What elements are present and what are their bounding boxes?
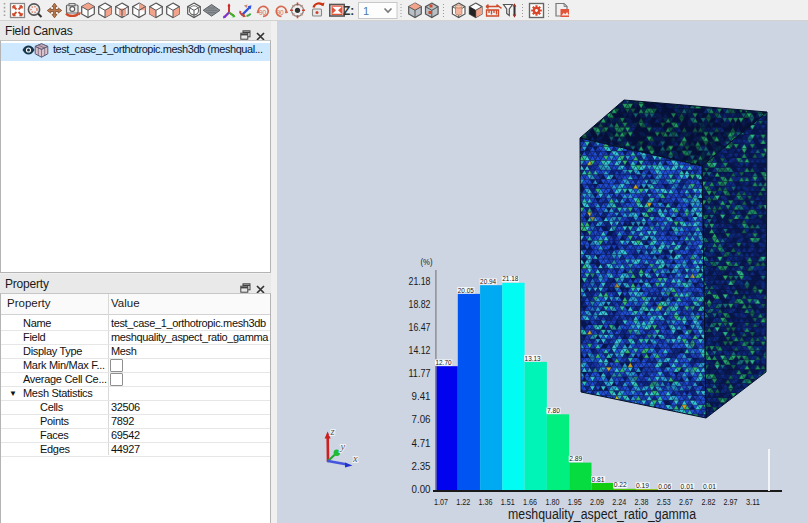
svg-text:90: 90 [259, 9, 267, 16]
svg-text:0.22: 0.22 [614, 480, 627, 489]
svg-text:4.71: 4.71 [412, 437, 431, 449]
svg-text:16.47: 16.47 [409, 321, 431, 333]
svg-text:2.89: 2.89 [569, 454, 582, 463]
svg-text:0.06: 0.06 [658, 482, 671, 491]
svg-text:meshquality_aspect_ratio_gamma: meshquality_aspect_ratio_gamma [508, 506, 696, 522]
svg-text:18.82: 18.82 [409, 298, 431, 310]
svg-text:y: y [340, 441, 346, 452]
svg-text:z: z [330, 426, 335, 437]
svg-text:0.19: 0.19 [636, 481, 649, 490]
svg-text:0.00: 0.00 [412, 483, 431, 495]
svg-text:0.01: 0.01 [703, 482, 716, 491]
svg-text:14.12: 14.12 [409, 344, 431, 356]
svg-text:1.22: 1.22 [456, 496, 470, 507]
svg-text:9.41: 9.41 [412, 390, 431, 402]
svg-text:11.77: 11.77 [409, 367, 431, 379]
svg-text:7.06: 7.06 [412, 413, 431, 425]
svg-text:2.82: 2.82 [701, 496, 715, 507]
svg-text:21.18: 21.18 [502, 274, 518, 283]
svg-text:1.07: 1.07 [434, 496, 448, 507]
svg-text:13.13: 13.13 [525, 354, 541, 363]
svg-text:3.11: 3.11 [746, 496, 760, 507]
svg-text:2.97: 2.97 [724, 496, 738, 507]
svg-text:20.94: 20.94 [480, 277, 496, 286]
svg-text:x: x [352, 453, 358, 464]
svg-text:2.35: 2.35 [412, 460, 431, 472]
svg-text:21.18: 21.18 [409, 275, 431, 287]
svg-text:0.01: 0.01 [681, 482, 694, 491]
svg-text:1.36: 1.36 [479, 496, 493, 507]
svg-text:(%): (%) [421, 256, 433, 267]
svg-text:Z:: Z: [343, 4, 354, 18]
svg-text:90: 90 [277, 9, 285, 16]
svg-text:12.70: 12.70 [436, 358, 452, 367]
svg-text:7.80: 7.80 [547, 406, 560, 415]
svg-text:1: 1 [363, 5, 369, 17]
svg-text:20.05: 20.05 [458, 286, 474, 295]
svg-text:0.81: 0.81 [592, 475, 605, 484]
